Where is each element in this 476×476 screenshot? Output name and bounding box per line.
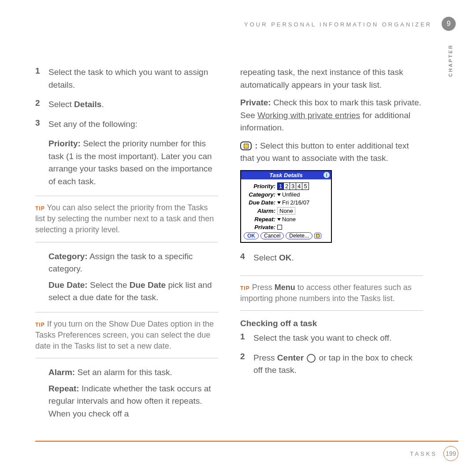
- duedate-paragraph: Due Date: Select the Due Date pick list …: [48, 279, 218, 304]
- tip-label: TIP: [240, 285, 250, 291]
- page-header: YOUR PERSONAL INFORMATION ORGANIZER: [244, 21, 432, 28]
- step-number: 3: [35, 118, 41, 134]
- row-alarm[interactable]: Alarm: None: [244, 207, 328, 215]
- note-paragraph: : Select this button to enter additional…: [240, 140, 423, 165]
- dialog-title: Task Details i: [241, 171, 331, 179]
- step-text: Select Details.: [48, 98, 104, 111]
- tip-label: TIP: [35, 205, 45, 212]
- repeat-continuation: repeating task, the next instance of thi…: [240, 66, 423, 91]
- priority-paragraph: Priority: Select the priority number for…: [48, 138, 218, 188]
- check-step-1: 1 Select the task you want to check off.: [240, 332, 423, 348]
- tip-box-duedate: TIP If you turn on the Show Due Dates op…: [35, 312, 218, 359]
- step-number: 2: [240, 352, 246, 380]
- page-footer: TASKS 199: [35, 441, 458, 461]
- category-paragraph: Category: Assign the task to a specific …: [48, 250, 218, 275]
- repeat-paragraph: Repeat: Indicate whether the task occurs…: [48, 383, 218, 420]
- step-number: 1: [35, 66, 41, 95]
- subheading-checking-off: Checking off a task: [240, 319, 423, 328]
- center-button-icon: [307, 354, 316, 363]
- step-3: 3 Set any of the following:: [35, 118, 218, 134]
- cancel-button[interactable]: Cancel: [260, 232, 284, 239]
- chevron-down-icon: [277, 193, 281, 196]
- row-category[interactable]: Category: Unfiled: [244, 191, 328, 198]
- step-4: 4 Select OK.: [240, 252, 423, 268]
- chevron-down-icon: [277, 201, 281, 204]
- delete-button[interactable]: Delete...: [286, 232, 312, 239]
- page-number: 199: [443, 446, 458, 461]
- tip-box-menu: TIP Press Menu to access other features …: [240, 275, 423, 311]
- private-paragraph: Private: Check this box to mark this tas…: [240, 97, 423, 134]
- note-icon: [240, 141, 252, 150]
- tip-label: TIP: [35, 322, 45, 328]
- tip-box-priority: TIP You can also select the priority fro…: [35, 196, 218, 242]
- note-button[interactable]: [314, 233, 321, 239]
- check-step-2: 2 Press Center or tap in the box to chec…: [240, 352, 423, 380]
- step-text: Set any of the following:: [48, 118, 138, 131]
- link-private-entries[interactable]: Working with private entries: [257, 111, 360, 120]
- row-priority: Priority: 12345: [244, 182, 328, 190]
- ok-button[interactable]: OK: [244, 232, 259, 239]
- task-details-dialog: Task Details i Priority: 12345 Category:…: [240, 170, 332, 243]
- step-text: Select the task you want to check off.: [253, 332, 391, 345]
- step-number: 2: [35, 98, 41, 115]
- step-text: Press Center or tap in the box to check …: [253, 352, 423, 377]
- chevron-down-icon: [277, 218, 281, 221]
- priority-selector[interactable]: 12345: [277, 182, 309, 190]
- step-text: Select OK.: [253, 252, 294, 264]
- step-number: 4: [240, 252, 246, 268]
- step-text: Select the task to which you want to ass…: [48, 66, 218, 91]
- chapter-badge: 9: [442, 17, 456, 31]
- step-number: 1: [240, 332, 246, 348]
- step-1: 1 Select the task to which you want to a…: [35, 66, 218, 95]
- private-checkbox[interactable]: [277, 225, 282, 230]
- column-left: 1 Select the task to which you want to a…: [35, 66, 218, 424]
- column-right: repeating task, the next instance of thi…: [240, 66, 423, 424]
- row-repeat[interactable]: Repeat: None: [244, 216, 328, 223]
- chapter-label: CHAPTER: [448, 44, 453, 77]
- alarm-paragraph: Alarm: Set an alarm for this task.: [48, 366, 218, 379]
- step-2: 2 Select Details.: [35, 98, 218, 115]
- info-icon[interactable]: i: [324, 172, 330, 178]
- row-duedate[interactable]: Due Date: Fri 2/16/07: [244, 199, 328, 206]
- footer-section: TASKS: [410, 450, 437, 457]
- row-private[interactable]: Private:: [244, 224, 328, 231]
